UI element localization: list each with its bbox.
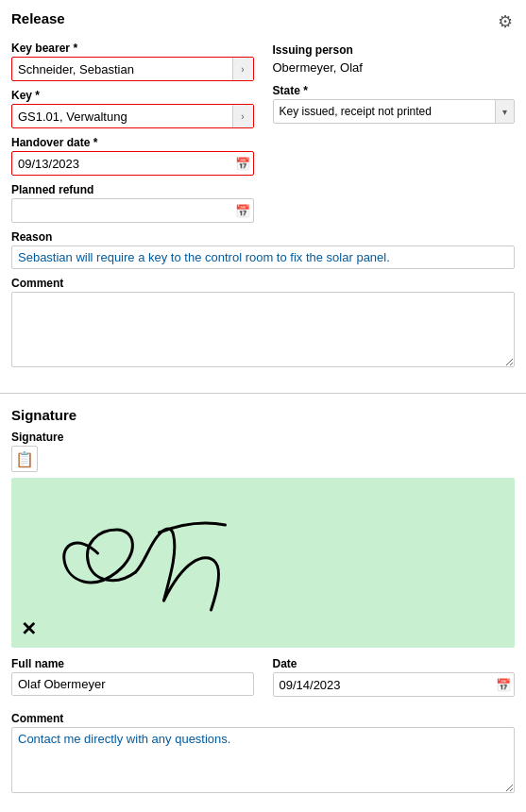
handover-date-calendar-icon[interactable]: 📅	[232, 152, 253, 175]
planned-refund-input[interactable]	[12, 202, 232, 220]
state-chevron-icon: ▾	[495, 100, 514, 123]
issuing-person-label: Issuing person	[273, 43, 516, 57]
planned-refund-label: Planned refund	[11, 183, 254, 196]
signature-label: Signature	[11, 431, 515, 444]
key-arrow[interactable]: ›	[232, 105, 253, 127]
arrow-icon: ›	[241, 64, 244, 75]
reason-group: Reason	[11, 230, 515, 269]
state-group: State Key issued, receipt not printed Ke…	[273, 84, 516, 124]
handover-date-input[interactable]	[12, 155, 232, 173]
planned-refund-group: Planned refund 📅	[11, 183, 254, 223]
sig-date-calendar-icon[interactable]: 📅	[493, 673, 514, 696]
state-label: State	[273, 84, 516, 97]
right-column: Issuing person Obermeyer, Olaf State Key…	[273, 42, 516, 230]
release-header: Release ⚙	[11, 9, 515, 34]
release-title: Release	[11, 10, 65, 26]
handover-date-label: Handover date	[11, 136, 254, 149]
key-bearer-input-wrapper[interactable]: ›	[11, 57, 254, 81]
gear-button[interactable]: ⚙	[496, 9, 515, 34]
release-comment-textarea[interactable]	[11, 292, 515, 367]
key-bearer-label: Key bearer	[11, 42, 254, 55]
signature-icon-row: 📋	[11, 446, 515, 472]
sig-comment-textarea[interactable]: Contact me directly with any questions.	[11, 727, 515, 793]
key-input-wrapper[interactable]: ›	[11, 104, 254, 128]
signature-file-button[interactable]: 📋	[11, 446, 38, 472]
sig-date-group: Date 📅	[273, 657, 516, 697]
signature-x-mark: ✕	[21, 617, 37, 640]
planned-refund-calendar-icon[interactable]: 📅	[232, 199, 253, 222]
release-comment-group: Comment	[11, 277, 515, 370]
sig-date-label: Date	[273, 657, 516, 670]
section-divider	[0, 393, 526, 394]
sig-date-wrapper[interactable]: 📅	[273, 672, 516, 697]
left-column: Key bearer › Key ›	[11, 42, 254, 230]
signature-fields-row: Full name Date 📅	[11, 657, 515, 704]
release-comment-label: Comment	[11, 277, 515, 290]
key-group: Key ›	[11, 89, 254, 128]
handover-date-group: Handover date 📅	[11, 136, 254, 176]
state-select[interactable]: Key issued, receipt not printed Key issu…	[274, 103, 496, 120]
issuing-person-value: Obermeyer, Olaf	[273, 59, 516, 76]
signature-drawing	[11, 478, 515, 648]
key-input[interactable]	[12, 108, 232, 126]
gear-icon: ⚙	[498, 12, 513, 31]
sig-date-input[interactable]	[274, 676, 494, 694]
signature-section: Signature Signature 📋 ✕ Full name Date 📅	[0, 398, 526, 812]
release-section: Release ⚙ Key bearer › Key	[0, 0, 526, 389]
reason-label: Reason	[11, 230, 515, 244]
signature-file-icon: 📋	[15, 450, 34, 468]
signature-canvas[interactable]: ✕	[11, 478, 515, 648]
key-bearer-arrow[interactable]: ›	[232, 58, 253, 80]
planned-refund-wrapper[interactable]: 📅	[11, 198, 254, 223]
sig-comment-label: Comment	[11, 712, 515, 725]
state-select-wrapper[interactable]: Key issued, receipt not printed Key issu…	[273, 99, 516, 124]
release-form-grid: Key bearer › Key ›	[11, 42, 515, 230]
full-name-input[interactable]	[11, 672, 254, 696]
key-label: Key	[11, 89, 254, 102]
handover-date-wrapper[interactable]: 📅	[11, 151, 254, 176]
key-bearer-input[interactable]	[12, 60, 232, 78]
full-name-label: Full name	[11, 657, 254, 670]
full-name-group: Full name	[11, 657, 254, 697]
issuing-person-group: Issuing person Obermeyer, Olaf	[273, 43, 516, 76]
key-bearer-group: Key bearer ›	[11, 42, 254, 81]
key-arrow-icon: ›	[241, 111, 244, 122]
reason-input[interactable]	[11, 245, 515, 269]
sig-comment-group: Comment Contact me directly with any que…	[11, 712, 515, 796]
signature-title: Signature	[11, 407, 515, 423]
